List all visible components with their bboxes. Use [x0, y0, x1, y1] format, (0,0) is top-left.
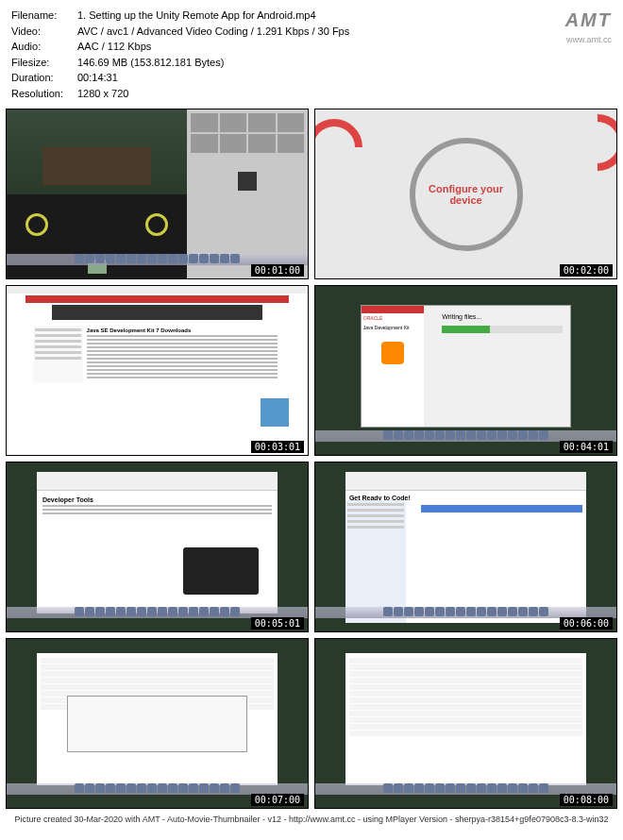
thumbnail-6: Get Ready to Code! 00:06:00	[314, 462, 617, 632]
logo-url: www.amt.cc	[565, 34, 612, 47]
filename-label: Filename:	[11, 8, 77, 24]
thumbnail-3: Java SE Development Kit 7 Downloads 00:0…	[6, 285, 309, 456]
timestamp: 00:01:00	[251, 264, 304, 277]
page-title: Developer Tools	[42, 496, 272, 503]
thumbnail-5: Developer Tools 00:05:01	[6, 462, 309, 632]
metadata-header: Filename: 1. Setting up the Unity Remote…	[0, 0, 623, 109]
timestamp: 00:06:00	[560, 617, 613, 630]
timestamp: 00:08:00	[560, 794, 613, 806]
logo-text: AMT	[565, 6, 612, 34]
resolution-value: 1280 x 720	[77, 86, 128, 102]
audio-label: Audio:	[11, 39, 77, 55]
amt-logo: AMT www.amt.cc	[565, 6, 612, 47]
tablet-image	[183, 547, 259, 595]
java-icon	[381, 342, 404, 364]
dialog-title: Java Development Kit	[362, 323, 424, 332]
thumbnail-2: Configure your device 00:02:00	[314, 109, 617, 279]
install-status: Writing files...	[442, 313, 563, 320]
java-logo-icon	[261, 398, 289, 427]
footer-text: Picture created 30-Mar-2020 with AMT - A…	[0, 809, 623, 828]
timestamp: 00:02:00	[560, 264, 613, 277]
audio-value: AAC / 112 Kbps	[77, 39, 151, 55]
duration-value: 00:14:31	[77, 70, 118, 86]
video-label: Video:	[11, 24, 77, 40]
configure-text: Configure your device	[415, 183, 517, 206]
unity-logo-icon	[238, 172, 257, 191]
thumbnail-7: 00:07:00	[6, 638, 309, 809]
filesize-label: Filesize:	[11, 55, 77, 71]
timestamp: 00:05:01	[251, 617, 304, 630]
timestamp: 00:03:01	[251, 441, 304, 453]
filesize-value: 146.69 MB (153.812.181 Bytes)	[77, 55, 224, 71]
timestamp: 00:04:01	[560, 441, 613, 453]
duration-label: Duration:	[11, 70, 77, 86]
page-title: Java SE Development Kit 7 Downloads	[87, 328, 278, 333]
video-value: AVC / avc1 / Advanced Video Coding / 1.2…	[77, 24, 349, 40]
thumbnail-4: ORACLE Java Development Kit Writing file…	[314, 285, 617, 456]
timestamp: 00:07:00	[251, 794, 304, 806]
resolution-label: Resolution:	[11, 86, 77, 102]
thumbnail-8: 00:08:00	[314, 638, 617, 809]
thumbnail-grid: 00:01:00 Configure your device 00:02:00 …	[0, 109, 623, 809]
thumbnail-1: 00:01:00	[6, 109, 309, 279]
filename-value: 1. Setting up the Unity Remote App for A…	[77, 8, 316, 24]
